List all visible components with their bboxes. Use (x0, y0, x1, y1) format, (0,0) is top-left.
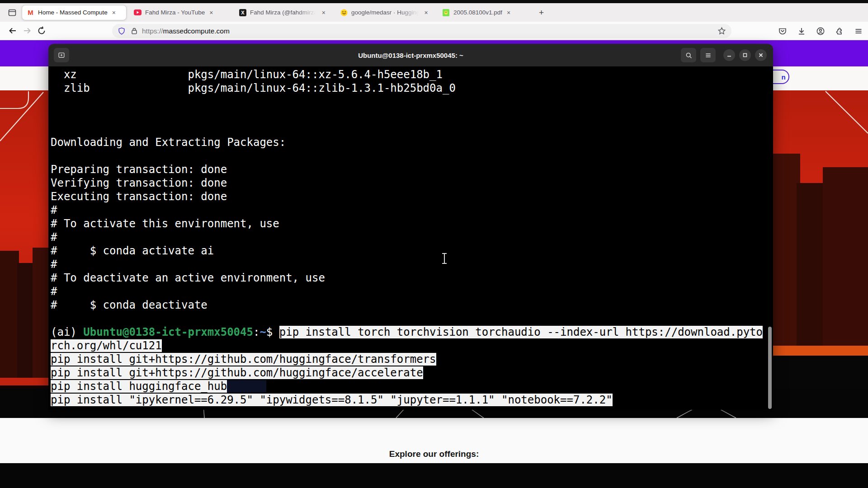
menu-hamburger-icon[interactable] (852, 24, 865, 38)
selection-dark-block (227, 380, 266, 393)
tab-title: Fahd Mirza - YouTube (145, 9, 205, 16)
terminal-line: # (51, 230, 773, 244)
address-bar[interactable]: https://massedcompute.com (112, 24, 731, 38)
forward-icon[interactable] (20, 24, 34, 38)
minimize-icon[interactable] (723, 49, 735, 61)
terminal-line: # To activate this environment, use (51, 217, 773, 230)
tab-close-icon[interactable]: × (322, 9, 326, 16)
extensions-puzzle-icon[interactable] (833, 24, 846, 38)
selected-command-text: pip install torch torchvision torchaudio… (279, 326, 763, 338)
maximize-icon[interactable] (739, 49, 751, 61)
terminal-output[interactable]: xz pkgs/main/linux-64::xz-5.6.4-h5eee18b… (48, 66, 773, 410)
terminal-prompt-line: (ai) Ubuntu@0138-ict-prxmx50045:~$ pip i… (51, 325, 773, 339)
svg-text:X: X (241, 10, 245, 15)
terminal-title: Ubuntu@0138-ict-prxmx50045: ~ (48, 52, 773, 59)
terminal-line (51, 122, 773, 136)
terminal-line: Verifying transaction: done (51, 176, 773, 190)
tab-title: Home - Massed Compute (38, 9, 108, 16)
terminal-lines: xz pkgs/main/linux-64::xz-5.6.4-h5eee18b… (51, 68, 773, 407)
terminal-menu-icon[interactable] (700, 48, 716, 62)
reload-icon[interactable] (34, 24, 49, 38)
url-text[interactable]: https://massedcompute.com (142, 27, 230, 35)
terminal-line: # (51, 203, 773, 217)
pocket-icon[interactable] (776, 24, 789, 38)
url-protocol: https:// (142, 27, 163, 35)
terminal-line (51, 312, 773, 325)
lock-icon[interactable] (130, 27, 138, 35)
tab-home-massed-compute[interactable]: M Home - Massed Compute × (22, 5, 127, 20)
x-twitter-icon: X (239, 9, 246, 16)
terminal-line: Executing transaction: done (51, 190, 773, 203)
tab-close-icon[interactable]: × (112, 9, 116, 16)
terminal-line: # (51, 285, 773, 298)
screen-top-strip (0, 0, 868, 3)
terminal-selected-line: rch.org/whl/cu121 (51, 339, 773, 352)
tab-fahd-mirza-x[interactable]: X Fahd Mirza (@fahdmirza × (234, 5, 333, 20)
terminal-line: Preparing transaction: done (51, 163, 773, 176)
hugging-face-icon (340, 9, 348, 16)
download-icon[interactable] (795, 24, 808, 38)
tab-pdf-2005-08100[interactable]: 2005.08100v1.pdf × (438, 5, 533, 20)
text-cursor-ibeam (441, 253, 448, 264)
browser-tab-bar: M Home - Massed Compute × Fahd Mirza - Y… (0, 3, 868, 22)
terminal-line: Downloading and Extracting Packages: (51, 136, 773, 149)
terminal-selected-line: pip install "ipykernel==6.29.5" "ipywidg… (51, 393, 773, 407)
terminal-line: # (51, 258, 773, 271)
tab-close-icon[interactable]: × (507, 9, 510, 16)
terminal-window: Ubuntu@0138-ict-prxmx50045: ~ (48, 44, 773, 410)
browser-toolbar: https://massedcompute.com (0, 22, 868, 40)
account-icon[interactable] (814, 24, 827, 38)
site-footer (0, 463, 868, 488)
firefox-view-icon[interactable] (5, 6, 19, 19)
terminal-selected-line: pip install git+https://github.com/huggi… (51, 352, 773, 366)
terminal-selected-line: pip install huggingface_hub (51, 380, 773, 393)
url-host: massedcompute.com (163, 27, 230, 35)
terminal-line: zlib pkgs/main/linux-64::zlib-1.3.1-hb25… (51, 81, 773, 95)
tab-fahd-mirza-youtube[interactable]: Fahd Mirza - YouTube × (129, 5, 231, 20)
bookmark-star-icon[interactable] (717, 27, 726, 35)
new-tab-button[interactable]: + (539, 8, 544, 18)
explore-offerings-heading: Explore our offerings: (0, 449, 868, 459)
terminal-selected-line: pip install git+https://github.com/huggi… (51, 366, 773, 380)
terminal-line: xz pkgs/main/linux-64::xz-5.6.4-h5eee18b… (51, 68, 773, 81)
massed-compute-icon: M (27, 9, 34, 16)
shield-icon[interactable] (118, 27, 126, 36)
terminal-line (51, 95, 773, 108)
terminal-titlebar[interactable]: Ubuntu@0138-ict-prxmx50045: ~ (48, 44, 773, 66)
terminal-line: # $ conda deactivate (51, 298, 773, 312)
back-icon[interactable] (5, 24, 20, 38)
terminal-line: # To deactivate an active environment, u… (51, 271, 773, 285)
tab-google-medasr-huggingface[interactable]: google/medasr · Hugging × (335, 5, 435, 20)
screen: n (0, 0, 868, 488)
youtube-icon (134, 9, 142, 16)
terminal-scrollbar[interactable] (768, 327, 772, 409)
tab-title: google/medasr · Hugging (351, 9, 420, 16)
tab-title: 2005.08100v1.pdf (453, 9, 502, 16)
tab-close-icon[interactable]: × (209, 9, 213, 16)
terminal-search-icon[interactable] (681, 48, 696, 62)
terminal-line: # $ conda activate ai (51, 244, 773, 258)
tab-close-icon[interactable]: × (425, 9, 428, 16)
tab-title: Fahd Mirza (@fahdmirza (250, 9, 317, 16)
close-icon[interactable] (755, 49, 767, 61)
pdf-document-icon (442, 9, 450, 16)
terminal-line (51, 149, 773, 163)
terminal-line (51, 108, 773, 122)
